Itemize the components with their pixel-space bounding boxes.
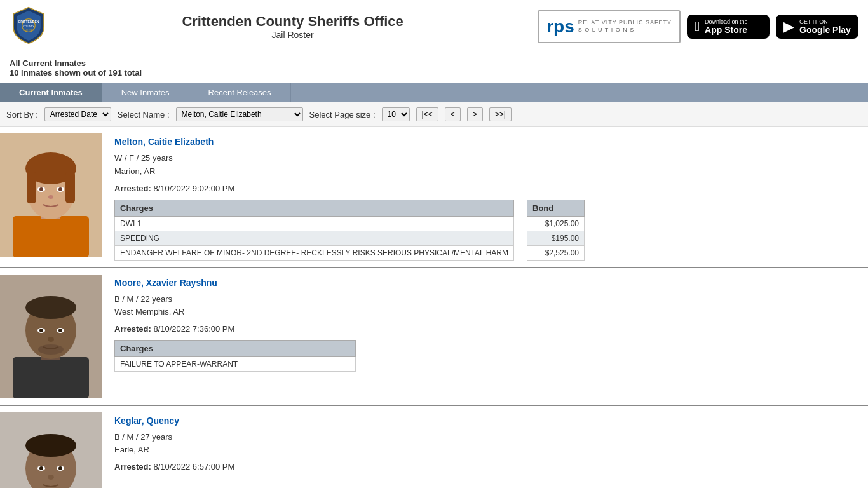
- bond-header: Bond: [527, 200, 585, 216]
- svg-point-36: [48, 475, 54, 480]
- inmate-info: Keglar, Quency B / M / 27 years Earle, A…: [114, 412, 868, 488]
- last-page-button[interactable]: >>|: [489, 107, 512, 121]
- bond-table: Bond $1,025.00 $195.00 $2,525.00: [527, 200, 585, 261]
- svg-point-34: [39, 466, 43, 470]
- svg-point-14: [58, 187, 62, 191]
- page-subtitle: Jail Roster: [48, 30, 538, 40]
- controls-bar: Sort By : Arrested Date Select Name : Me…: [0, 102, 868, 127]
- tab-current-inmates[interactable]: Current Inmates: [0, 83, 102, 102]
- charges-header: Charges: [115, 200, 514, 216]
- svg-rect-5: [13, 216, 89, 257]
- page-size-select[interactable]: 10 25 50: [382, 107, 410, 121]
- charges-container: Charges DWI 1 SPEEDING ENDANGER WELFARE …: [114, 200, 868, 261]
- appstore-large-text: App Store: [705, 25, 748, 35]
- svg-point-15: [48, 195, 53, 199]
- info-bar: All Current Inmates 10 inmates shown out…: [0, 53, 868, 83]
- sort-by-select[interactable]: Arrested Date: [44, 107, 111, 121]
- charges-container: Charges FAILURE TO APPEAR-WARRANT: [114, 340, 868, 372]
- googleplay-small-text: GET IT ON: [799, 18, 851, 25]
- inmate-arrested: Arrested: 8/10/2022 9:02:00 PM: [114, 184, 868, 193]
- inmate-arrested: Arrested: 8/10/2022 6:57:00 PM: [114, 462, 868, 471]
- charge-row: FAILURE TO APPEAR-WARRANT: [115, 357, 356, 372]
- inmate-arrested: Arrested: 8/10/2022 7:36:00 PM: [114, 324, 868, 334]
- rps-letters: rps: [546, 17, 574, 37]
- bond-row: $1,025.00: [527, 216, 585, 231]
- charge-cell: SPEEDING: [115, 231, 514, 245]
- inmate-demographics: B / M / 22 years West Memphis, AR: [114, 293, 868, 320]
- svg-text:SHERIFF: SHERIFF: [23, 29, 35, 32]
- svg-point-26: [38, 344, 64, 355]
- svg-text:CRITTENDEN: CRITTENDEN: [18, 20, 39, 24]
- navigation-tabs: Current Inmates New Inmates Recent Relea…: [0, 83, 868, 102]
- svg-point-20: [25, 296, 76, 319]
- page-header: CRITTENDEN COUNTY SHERIFF Crittenden Cou…: [0, 0, 868, 53]
- bond-row: $195.00: [527, 231, 585, 245]
- bond-row: $2,525.00: [527, 245, 585, 260]
- inmate-photo: [0, 274, 102, 398]
- rps-tagline: Relativity Public Safety s o l u t i o n…: [578, 19, 672, 34]
- sort-by-label: Sort By :: [6, 110, 38, 119]
- appstore-button[interactable]:  Download on the App Store: [687, 15, 770, 39]
- inmate-name[interactable]: Melton, Caitie Elizabeth: [114, 137, 868, 147]
- svg-point-24: [58, 329, 62, 332]
- next-page-button[interactable]: >: [467, 107, 483, 121]
- charge-row: ENDANGER WELFARE OF MINOR- 2ND DEGREE- R…: [115, 245, 514, 260]
- svg-rect-9: [27, 172, 36, 203]
- page-size-label: Select Page size :: [309, 110, 376, 119]
- select-name-label: Select Name :: [118, 110, 170, 119]
- inmate-record: Keglar, Quency B / M / 27 years Earle, A…: [0, 406, 868, 488]
- appstore-small-text: Download on the: [705, 18, 748, 25]
- googleplay-large-text: Google Play: [799, 25, 851, 35]
- tab-recent-releases[interactable]: Recent Releases: [189, 83, 291, 102]
- svg-point-31: [25, 434, 76, 457]
- prev-page-button[interactable]: <: [445, 107, 461, 121]
- inmates-count-label: 10 inmates shown out of 191 total: [10, 68, 858, 78]
- inmate-photo: [0, 412, 102, 488]
- svg-point-23: [39, 329, 43, 332]
- inmate-list: Melton, Caitie Elizabeth W / F / 25 year…: [0, 127, 868, 488]
- first-page-button[interactable]: |<<: [416, 107, 438, 121]
- bond-cell: $2,525.00: [527, 245, 585, 260]
- header-right-section: rps Relativity Public Safety s o l u t i…: [538, 10, 858, 43]
- play-icon: ▶: [783, 18, 794, 35]
- inmate-info: Moore, Xzavier Rayshnu B / M / 22 years …: [114, 274, 868, 398]
- inmate-demographics: W / F / 25 years Marion, AR: [114, 152, 868, 179]
- svg-point-13: [39, 187, 43, 191]
- svg-point-25: [48, 337, 54, 342]
- charges-table: Charges FAILURE TO APPEAR-WARRANT: [114, 340, 356, 372]
- charge-row: DWI 1: [115, 216, 514, 231]
- rps-logo: rps Relativity Public Safety s o l u t i…: [538, 10, 681, 43]
- googleplay-button[interactable]: ▶ GET IT ON Google Play: [776, 15, 858, 39]
- inmate-photo: [0, 133, 102, 257]
- inmate-name[interactable]: Moore, Xzavier Rayshnu: [114, 278, 868, 288]
- office-title: Crittenden County Sheriffs Office: [48, 13, 538, 30]
- svg-text:COUNTY: COUNTY: [23, 25, 34, 28]
- header-titles: Crittenden County Sheriffs Office Jail R…: [48, 13, 538, 40]
- charge-cell: ENDANGER WELFARE OF MINOR- 2ND DEGREE- R…: [115, 245, 514, 260]
- charge-row: SPEEDING: [115, 231, 514, 245]
- charges-table: Charges DWI 1 SPEEDING ENDANGER WELFARE …: [114, 200, 514, 261]
- inmate-record: Melton, Caitie Elizabeth W / F / 25 year…: [0, 127, 868, 268]
- svg-rect-17: [13, 357, 89, 398]
- charge-cell: FAILURE TO APPEAR-WARRANT: [115, 357, 356, 372]
- tab-new-inmates[interactable]: New Inmates: [102, 83, 189, 102]
- bond-cell: $195.00: [527, 231, 585, 245]
- inmate-record: Moore, Xzavier Rayshnu B / M / 22 years …: [0, 268, 868, 406]
- svg-rect-10: [65, 172, 75, 203]
- charges-header: Charges: [115, 341, 356, 357]
- inmate-demographics: B / M / 27 years Earle, AR: [114, 431, 868, 458]
- inmate-name[interactable]: Keglar, Quency: [114, 416, 868, 426]
- svg-point-35: [58, 466, 62, 470]
- sheriff-logo: CRITTENDEN COUNTY SHERIFF: [10, 6, 48, 46]
- charge-cell: DWI 1: [115, 216, 514, 231]
- all-current-inmates-label: All Current Inmates: [10, 58, 858, 68]
- name-select[interactable]: Melton, Caitie Elizabeth: [176, 107, 303, 121]
- inmate-info: Melton, Caitie Elizabeth W / F / 25 year…: [114, 133, 868, 261]
- apple-icon: : [695, 18, 700, 35]
- bond-cell: $1,025.00: [527, 216, 585, 231]
